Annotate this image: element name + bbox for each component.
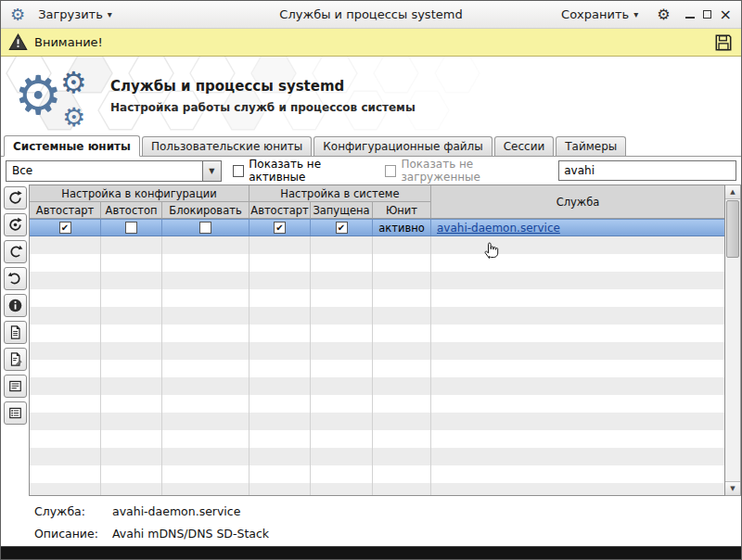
reload-daemon-button[interactable]: [4, 213, 27, 236]
details-panel: Служба: avahi-daemon.service Описание: A…: [1, 496, 741, 546]
tab-timers[interactable]: Таймеры: [556, 136, 626, 156]
show-inactive-label: Показать не активные: [249, 158, 374, 184]
checkbox[interactable]: [125, 222, 137, 234]
column-header-unit: Юнит: [373, 202, 431, 218]
checkbox[interactable]: [336, 222, 348, 234]
cell-cfg-autostart: [30, 220, 101, 235]
column-header-sys-autostart: Автостарт: [249, 202, 311, 218]
table-row-selected[interactable]: активно avahi-daemon.service: [30, 219, 724, 236]
logo-gear-icon: ⚙: [14, 57, 62, 134]
warning-icon: [8, 32, 28, 52]
tab-user-units[interactable]: Пользовательские юниты: [142, 136, 312, 156]
maximize-button[interactable]: [703, 10, 711, 19]
checkbox[interactable]: [59, 222, 71, 234]
load-menu-button[interactable]: Загрузить ▾: [32, 5, 118, 24]
unit-file-button[interactable]: [4, 321, 27, 344]
table-body: активно avahi-daemon.service: [30, 219, 724, 496]
combobox-value: Все: [6, 161, 202, 181]
search-input[interactable]: [558, 160, 736, 181]
scroll-down-icon: ▼: [730, 485, 735, 492]
info-button[interactable]: [4, 294, 27, 317]
save-menu-button[interactable]: Сохранить ▾: [556, 5, 644, 24]
titlebar: ⚙ Загрузить ▾ Службы и процессы systemd …: [1, 1, 741, 29]
tab-system-units[interactable]: Системные юниты: [4, 135, 140, 157]
service-link[interactable]: avahi-daemon.service: [437, 222, 560, 235]
warning-bar: Внимание!: [1, 29, 741, 57]
units-table: Настройка в конфигурации Настройка в сис…: [29, 185, 725, 496]
checkbox[interactable]: [199, 222, 211, 234]
service-value: avahi-daemon.service: [112, 504, 240, 518]
show-unloaded-checkbox[interactable]: Показать не загруженные: [385, 158, 547, 184]
table-header: Настройка в конфигурации Настройка в сис…: [30, 185, 724, 219]
banner-subtitle: Настройка работы служб и процессов систе…: [110, 101, 416, 114]
header-banner: ⚙ ⚙ ⚙ Службы и процессы systemd Настройк…: [1, 57, 741, 134]
show-unloaded-label: Показать не загруженные: [401, 158, 547, 184]
cell-cfg-block: [162, 220, 249, 235]
document-icon: [7, 325, 23, 340]
app-gear-icon: ⚙: [10, 6, 25, 23]
banner-title: Службы и процессы systemd: [110, 78, 416, 95]
tab-sessions[interactable]: Сессии: [494, 136, 555, 156]
close-button[interactable]: ×: [720, 10, 732, 19]
load-menu-label: Загрузить: [38, 7, 103, 21]
scroll-up-icon: ▲: [730, 188, 735, 196]
console-strip: [1, 546, 741, 560]
checkbox-box[interactable]: [385, 165, 396, 177]
tab-config-files[interactable]: Конфигурационные файлы: [313, 136, 492, 156]
service-cell: avahi-daemon.service: [431, 220, 724, 235]
main-area: Настройка в конфигурации Настройка в сис…: [1, 185, 741, 496]
warning-text: Внимание!: [34, 35, 103, 49]
checkbox[interactable]: [274, 222, 286, 234]
floppy-icon: [713, 32, 734, 53]
combobox-dropdown-button[interactable]: ▼: [202, 161, 221, 181]
side-toolbar: [1, 185, 29, 496]
save-menu-label: Сохранить: [561, 7, 629, 21]
cell-cfg-autostop: [101, 220, 162, 235]
filter-combobox[interactable]: Все ▼: [6, 160, 222, 182]
minimize-button[interactable]: [685, 11, 695, 19]
unit-state-cell: активно: [373, 220, 431, 235]
dependencies-button[interactable]: [4, 401, 27, 425]
settings-gear-button[interactable]: ⚙: [657, 7, 670, 22]
tab-bar: Системные юниты Пользовательские юниты К…: [1, 134, 741, 157]
refresh-icon: [7, 190, 23, 206]
scroll-down-button[interactable]: ▼: [725, 481, 740, 495]
cell-sys-running: [311, 220, 373, 235]
checkbox-box[interactable]: [233, 165, 244, 177]
redo-arrow-icon: [7, 244, 23, 260]
empty-rows[interactable]: [30, 236, 724, 496]
reload-icon: [7, 217, 23, 233]
log-icon: [7, 378, 23, 394]
filter-row: Все ▼ Показать не активные Показать не з…: [1, 157, 741, 185]
column-header-cfg-block: Блокировать: [162, 202, 249, 218]
edit-unit-button[interactable]: [4, 348, 27, 371]
group-header-system: Настройка в системе: [249, 185, 431, 202]
app-logo: ⚙ ⚙ ⚙: [1, 57, 97, 134]
column-header-cfg-autostop: Автостоп: [101, 202, 162, 218]
start-service-button[interactable]: [4, 240, 27, 263]
stop-service-button[interactable]: [4, 267, 27, 290]
vertical-scrollbar[interactable]: ▲ ▼: [725, 185, 741, 496]
dropdown-arrow-icon: ▼: [209, 167, 214, 175]
list-icon: [7, 405, 23, 421]
description-value: Avahi mDNS/DNS SD-Stack: [112, 527, 269, 541]
app-window: ⚙ Загрузить ▾ Службы и процессы systemd …: [0, 0, 742, 560]
cell-sys-autostart: [249, 220, 311, 235]
refresh-button[interactable]: [4, 186, 27, 210]
scroll-up-button[interactable]: ▲: [725, 185, 740, 199]
logo-gear-icon: ⚙: [62, 79, 85, 134]
journal-button[interactable]: [4, 375, 27, 398]
column-header-cfg-autostart: Автостарт: [30, 202, 101, 218]
column-header-service: Служба: [431, 185, 724, 218]
group-header-config: Настройка в конфигурации: [30, 185, 249, 202]
description-label: Описание:: [34, 527, 112, 541]
caret-down-icon: ▾: [633, 9, 638, 19]
save-file-button[interactable]: [713, 32, 734, 53]
info-icon: [7, 298, 23, 313]
caret-down-icon: ▾: [108, 9, 112, 19]
column-header-sys-running: Запущена: [311, 202, 373, 218]
undo-arrow-icon: [7, 271, 23, 286]
show-inactive-checkbox[interactable]: Показать не активные: [233, 158, 374, 184]
document-edit-icon: [7, 351, 23, 367]
scroll-thumb[interactable]: [726, 200, 739, 258]
